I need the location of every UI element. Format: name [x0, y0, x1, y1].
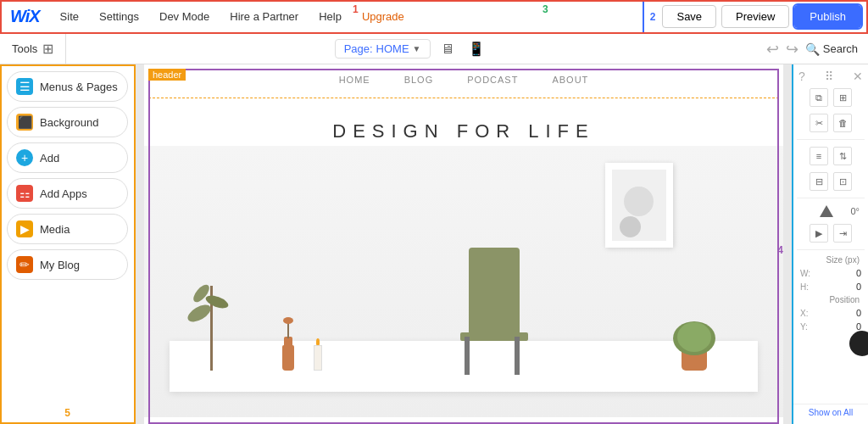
annotation-1: 1 [353, 3, 359, 15]
dark-circle-decoration [849, 331, 868, 356]
panel-height-row: H: 0 [797, 282, 865, 292]
panel-duplicate-icon[interactable]: ⊞ [833, 88, 852, 107]
width-value: 0 [815, 268, 861, 278]
panel-width-row: W: 0 [797, 268, 865, 278]
background-icon: ⬛ [16, 114, 33, 131]
preview-button[interactable]: Preview [721, 5, 789, 28]
sidebar-item-background[interactable]: ⬛ Background [7, 107, 128, 137]
header-tag: header [148, 69, 186, 81]
panel-arrange-icon[interactable]: ⇅ [833, 147, 852, 165]
panel-divider-3 [797, 249, 865, 250]
nav-podcast[interactable]: PODCAST [467, 75, 518, 85]
panel-drag-icon[interactable]: ⠿ [825, 70, 833, 83]
main-area: ☰ Menus & Pages ⬛ Background + Add ⚏ Add… [0, 64, 868, 424]
panel-divider-1 [797, 139, 865, 140]
panel-x-row: X: 0 [797, 308, 865, 318]
x-label: X: [800, 309, 812, 318]
annotation-2: 2 [650, 11, 656, 23]
page-prefix: Page: [344, 42, 373, 55]
panel-cut-icon[interactable]: ✂ [810, 114, 828, 132]
panel-play-icon[interactable]: ▶ [810, 224, 828, 243]
nav-help[interactable]: Help [309, 0, 352, 33]
panel-delete-icon[interactable]: 🗑 [833, 114, 852, 132]
sidebar-item-add[interactable]: + Add [7, 142, 128, 173]
chair-leg1 [465, 337, 470, 375]
plant-leaf1 [185, 302, 213, 326]
tools-button[interactable]: Tools ⊞ [0, 34, 66, 64]
chair [443, 239, 545, 375]
canvas-area[interactable]: header HOME BLOG PODCAST ABOUT DESIGN FO… [136, 64, 792, 424]
left-sidebar: ☰ Menus & Pages ⬛ Background + Add ⚏ Add… [0, 64, 136, 424]
page-canvas: header HOME BLOG PODCAST ABOUT DESIGN FO… [144, 64, 783, 424]
panel-playback-row: ▶ ⇥ [797, 222, 865, 244]
publish-button[interactable]: Publish [794, 5, 861, 28]
panel-group-icon[interactable]: ⊡ [833, 172, 852, 191]
frame-circle2 [620, 216, 641, 237]
annotation-5: 5 [64, 407, 70, 419]
media-label: Media [40, 223, 70, 236]
sidebar-item-addapps[interactable]: ⚏ Add Apps [7, 178, 128, 209]
undo-button[interactable]: ↩ [766, 40, 779, 59]
panel-step-icon[interactable]: ⇥ [833, 224, 852, 243]
wix-logo: WiX [0, 7, 50, 26]
nav-devmode[interactable]: Dev Mode [149, 0, 220, 33]
redo-button[interactable]: ↪ [786, 40, 798, 59]
panel-y-row: Y: 0 [797, 321, 865, 332]
picture-frame [605, 163, 673, 248]
triangle-shape-icon [820, 205, 833, 217]
nav-hire[interactable]: Hire a Partner [220, 0, 309, 33]
candle-body [314, 345, 322, 371]
plant-right [673, 303, 715, 371]
nav-upgrade[interactable]: Upgrade [352, 0, 415, 33]
nav-about[interactable]: ABOUT [552, 75, 588, 85]
search-label: Search [823, 42, 858, 55]
panel-close-icon[interactable]: ✕ [853, 70, 863, 83]
nav-home[interactable]: HOME [339, 75, 370, 85]
frame-circle1 [624, 187, 654, 216]
chair-leg2 [515, 337, 520, 375]
sidebar-item-menus[interactable]: ☰ Menus & Pages [7, 71, 128, 102]
panel-align-icon[interactable]: ≡ [810, 147, 828, 165]
panel-top-row: ? ⠿ ✕ [797, 70, 865, 83]
mobile-icon[interactable]: 📱 [465, 37, 488, 60]
angle-value: 0° [850, 206, 860, 216]
nav-blog[interactable]: BLOG [404, 75, 434, 85]
candle-flame [316, 338, 320, 345]
search-icon: 🔍 [805, 42, 820, 56]
page-selector[interactable]: Page: HOME ▼ [335, 39, 431, 59]
height-label: H: [800, 282, 812, 292]
save-button[interactable]: Save [662, 5, 716, 28]
panel-justify-icon[interactable]: ⊟ [810, 172, 828, 191]
desktop-icon[interactable]: 🖥 [437, 38, 458, 60]
search-button[interactable]: 🔍 Search [805, 42, 858, 56]
nav-settings[interactable]: Settings [89, 0, 149, 33]
panel-angle-row: 0° [797, 204, 865, 219]
show-on-all-button[interactable]: Show on All [793, 404, 868, 421]
sidebar-item-media[interactable]: ▶ Media [7, 214, 128, 244]
vase-stem [287, 321, 289, 338]
page-name: HOME [376, 42, 409, 55]
background-label: Background [40, 116, 98, 129]
tools-label: Tools [12, 42, 37, 55]
panel-icon-row-3: ≡ ⇅ [797, 145, 865, 167]
media-icon: ▶ [16, 220, 33, 237]
expand-icon: ⊞ [42, 41, 53, 57]
page-nav-bar: HOME BLOG PODCAST ABOUT [144, 64, 783, 95]
menus-icon: ☰ [16, 78, 33, 95]
y-label: Y: [800, 322, 812, 332]
hero-title: DESIGN FOR LIFE [332, 120, 594, 142]
chair-back [469, 248, 520, 332]
nav-site[interactable]: Site [50, 0, 89, 33]
panel-copy-icon[interactable]: ⧉ [810, 88, 828, 107]
panel-icon-row-2: ✂ 🗑 [797, 112, 865, 134]
vase [280, 337, 297, 371]
myblog-icon: ✏ [16, 256, 33, 273]
vase-flower [283, 317, 293, 324]
sidebar-item-myblog[interactable]: ✏ My Blog [7, 249, 128, 280]
panel-help-icon[interactable]: ? [798, 70, 805, 83]
candle [314, 341, 322, 371]
addapps-label: Add Apps [40, 187, 87, 200]
header-action-buttons: 2 Save Preview Publish [643, 0, 868, 33]
panel-divider-2 [797, 198, 865, 198]
myblog-label: My Blog [40, 259, 80, 271]
